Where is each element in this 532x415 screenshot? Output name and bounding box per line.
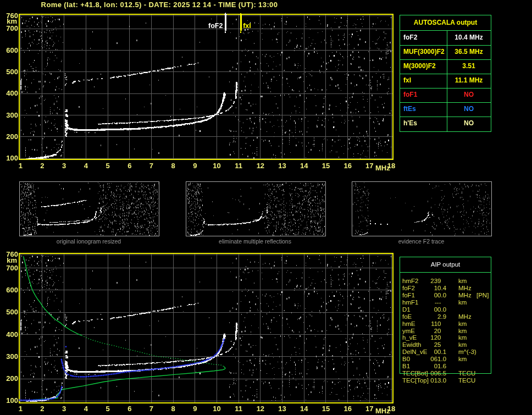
- aip-row-fof2: foF210.4MHz: [400, 285, 491, 291]
- aip-row-value-int: 110: [417, 320, 441, 327]
- x-tick-label: 16: [340, 163, 356, 169]
- autoscala-row-value: NO: [447, 120, 491, 127]
- x-tick-label: 6: [121, 406, 138, 412]
- autoscala-column-divider: [447, 74, 447, 88]
- autoscala-row-ftes: ftEsNO: [400, 102, 491, 117]
- x-tick-label: 5: [99, 406, 116, 412]
- aip-row-delnve: DelN_vE00.1m^(-3): [400, 348, 491, 355]
- x-tick-label: 12: [252, 163, 269, 169]
- thumbnail-evidence-f2: [352, 181, 492, 236]
- autoscala-row-value: 36.5 MHz: [447, 48, 491, 56]
- aip-row-label: foF1: [402, 292, 415, 298]
- aip-row-value-int: 01: [417, 363, 441, 369]
- x-tick-label: 15: [318, 163, 334, 169]
- y-tick-label: 300: [0, 112, 18, 119]
- x-tick-label: 6: [121, 163, 138, 169]
- x-tick-label: 8: [165, 163, 181, 169]
- aip-row-d1: D100.0: [400, 306, 491, 313]
- autoscala-row-label: M(3000)F2: [403, 63, 436, 70]
- grid-lines: [20, 15, 392, 159]
- x-tick-label: 14: [296, 163, 312, 169]
- autoscala-row-m3000f2: M(3000)F23.51: [400, 59, 491, 74]
- y-tick-label: 200: [0, 375, 18, 382]
- aip-row-value-int: 120: [417, 334, 441, 341]
- aip-row-label: foF2: [402, 285, 415, 291]
- x-tick-label: 13: [274, 406, 291, 412]
- aip-row-label: hmE: [402, 320, 415, 327]
- aip-row-value-frac: .6: [441, 363, 447, 369]
- autoscala-window: Rome (lat: +41.8, lon: 012.5) - DATE: 20…: [0, 0, 532, 415]
- autoscaled-trace-blue: [19, 338, 225, 401]
- y-tick-label: 600: [0, 47, 18, 54]
- autoscala-row-muf3000f2: MUF(3000)F236.5 MHz: [400, 45, 491, 60]
- x-tick-label: 10: [209, 163, 225, 169]
- aip-row-unit: km: [458, 320, 467, 327]
- aip-row-label: h_vE: [402, 334, 417, 341]
- aip-row-value-frac: .0: [441, 292, 447, 298]
- y-tick-label: 700: [0, 265, 18, 272]
- aip-row-unit: m^(-3): [458, 348, 476, 355]
- y-tick-label: 600: [0, 287, 18, 294]
- aip-row-label: B1: [402, 363, 410, 369]
- x-tick-label: 5: [99, 163, 116, 169]
- x-tick-label: 2: [34, 406, 51, 412]
- aip-row-unit: MHz: [458, 313, 472, 320]
- x-tick-label: 16: [340, 406, 356, 412]
- thumbnail-eliminate-reflections: [186, 181, 326, 236]
- ionogram-echo-dots: [20, 254, 391, 402]
- x-tick-label: 15: [318, 406, 334, 412]
- thumbnail-plot-2: [186, 182, 325, 236]
- autoscala-row-value: 3.51: [447, 63, 491, 70]
- aip-row-value-frac: .0: [441, 356, 447, 362]
- aip-row-yme: ymE20km: [400, 328, 491, 334]
- autoscala-output-table: AUTOSCALA outputfoF210.4 MHzMUF(3000)F23…: [400, 15, 491, 132]
- plot-border: [19, 14, 393, 159]
- aip-row-value-int: 2: [417, 313, 441, 320]
- autoscala-row-label: fxI: [403, 77, 411, 84]
- aip-row-b1: B101.6: [400, 363, 491, 369]
- autoscala-row-value: NO: [447, 106, 491, 113]
- y-axis-unit: km: [0, 257, 17, 264]
- x-tick-label: 11: [230, 406, 247, 412]
- autoscala-row-value: 11.1 MHz: [447, 77, 491, 84]
- autoscala-table-header: AUTOSCALA output: [400, 15, 491, 31]
- x-axis-unit: MHz: [375, 165, 390, 171]
- x-tick-label: 10: [209, 406, 225, 412]
- aip-row-tectop: TEC[Top]013.0TECU: [400, 377, 491, 384]
- aip-row-hmf2: hmF2239km: [400, 278, 491, 284]
- aip-row-unit: km: [458, 299, 467, 306]
- aip-row-label: hmF2: [402, 278, 418, 284]
- y-tick-label: 100: [0, 155, 18, 162]
- y-tick-label: 500: [0, 69, 18, 75]
- aip-row-unit: MHz: [458, 292, 472, 298]
- autoscala-row-label: ftEs: [403, 106, 416, 113]
- x-tick-label: 2: [34, 163, 51, 169]
- x-tick-label: 9: [187, 163, 203, 169]
- aip-row-value-frac: .0: [441, 377, 447, 384]
- aip-row-unit: km: [458, 328, 467, 334]
- aip-row-value-frac: .1: [441, 348, 447, 355]
- aip-row-value-int: 00: [417, 348, 441, 355]
- y-tick-label: 200: [0, 134, 18, 140]
- aip-header-underline: [400, 272, 491, 273]
- aip-row-label: hmF1: [402, 299, 418, 306]
- y-tick-label: 400: [0, 90, 18, 97]
- y-tick-label: 100: [0, 397, 18, 404]
- autoscala-row-fxi: fxI11.1 MHz: [400, 74, 491, 88]
- aip-row-hve: h_vE120km: [400, 334, 491, 341]
- autoscala-row-fof2: foF210.4 MHz: [400, 31, 491, 46]
- autoscala-row-value: NO: [447, 91, 491, 98]
- aip-row-note: [PN]: [476, 292, 489, 298]
- aip-output-panel: AIP outputhmF2239kmfoF210.4MHzfoF100.0MH…: [400, 257, 491, 374]
- y-tick-label: 400: [0, 331, 18, 338]
- aip-row-unit: TECU: [458, 377, 475, 384]
- plot-border: [19, 253, 393, 403]
- aip-row-value-int: 00: [417, 306, 441, 313]
- x-axis-unit: MHz: [375, 408, 390, 414]
- ionogram-echo-dots: [20, 16, 391, 159]
- aip-panel-header: AIP output: [400, 261, 491, 268]
- aip-row-b0: B0061.0km: [400, 356, 491, 362]
- x-tick-label: 3: [56, 406, 73, 412]
- x-tick-label: 9: [187, 406, 203, 412]
- aip-row-unit: km: [458, 341, 467, 348]
